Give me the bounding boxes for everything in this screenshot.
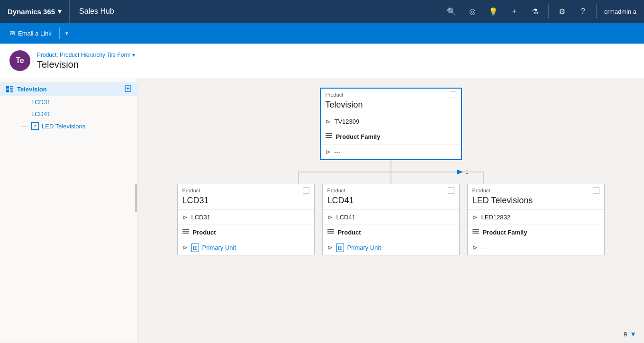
svg-rect-19 bbox=[182, 233, 189, 234]
svg-rect-1 bbox=[10, 86, 13, 87]
nav-icons: 🔍 ◎ 💡 + ⚗ ⚙ ? crmadmin a bbox=[442, 2, 644, 21]
lcd41-row-0-value: LCD41 bbox=[336, 214, 355, 221]
lcd41-checkbox[interactable] bbox=[448, 187, 454, 194]
svg-rect-2 bbox=[10, 88, 13, 89]
lcd41-type: Product bbox=[327, 188, 345, 193]
hierarchy-wrapper: Product Television ⊳ TV12309 bbox=[147, 88, 635, 255]
brand-chevron[interactable]: ▾ bbox=[58, 7, 62, 16]
svg-rect-3 bbox=[6, 90, 9, 92]
lcd31-row-2: ⊳ ⊞ Primary Unit bbox=[178, 240, 314, 255]
lcd31-row-1-icon bbox=[182, 228, 189, 236]
lcd31-checkbox[interactable] bbox=[303, 187, 309, 194]
root-row-0-icon: ⊳ bbox=[326, 118, 331, 125]
lcd41-row-1-icon bbox=[327, 228, 334, 236]
svg-rect-18 bbox=[182, 231, 189, 232]
brand-area[interactable]: Dynamics 365 ▾ bbox=[0, 0, 70, 23]
root-row-1-icon bbox=[326, 133, 332, 141]
led-row-2-value: --- bbox=[481, 244, 488, 251]
lcd41-row-1: Product bbox=[323, 225, 459, 240]
lcd31-header: Product bbox=[178, 184, 314, 195]
root-row-2: ⊳ --- bbox=[321, 144, 461, 159]
sidebar-item-lcd41[interactable]: LCD41 bbox=[0, 108, 137, 120]
lcd31-row-0-value: LCD31 bbox=[191, 214, 210, 221]
main-content: Television LCD31 LCD41 bbox=[0, 78, 644, 343]
svg-rect-8 bbox=[326, 135, 332, 136]
child-card-led-televisions: Product LED Televisions ⊳ LED12832 bbox=[467, 184, 605, 255]
root-card-header: Product bbox=[321, 89, 461, 99]
settings-icon[interactable]: ⚙ bbox=[553, 2, 571, 21]
lcd31-row-2-value[interactable]: ⊞ Primary Unit bbox=[191, 244, 236, 252]
root-card-type: Product bbox=[326, 92, 344, 98]
sidebar-lcd31-label: LCD31 bbox=[31, 99, 50, 106]
root-card-title: Television bbox=[321, 99, 461, 114]
led-row-1: Product Family bbox=[468, 225, 604, 240]
led-title: LED Televisions bbox=[468, 195, 604, 209]
lcd31-type: Product bbox=[182, 188, 200, 193]
lcd31-row-0-icon: ⊳ bbox=[182, 214, 188, 221]
led-type: Product bbox=[472, 188, 490, 193]
form-selector[interactable]: Product: Product Hierarchy Tile Form ▾ bbox=[37, 52, 135, 58]
sidebar-item-television[interactable]: Television bbox=[0, 82, 137, 96]
lcd31-row-0: ⊳ LCD31 bbox=[178, 209, 314, 225]
filter-icon[interactable]: ⚗ bbox=[526, 2, 544, 21]
svg-rect-22 bbox=[327, 233, 334, 234]
root-row-0: ⊳ TV12309 bbox=[321, 114, 461, 129]
lcd41-header: Product bbox=[323, 184, 459, 195]
sidebar-led-label: LED Televisions bbox=[42, 123, 85, 130]
email-link-label: Email a Link bbox=[18, 30, 52, 37]
target-icon[interactable]: ◎ bbox=[463, 2, 482, 21]
lightbulb-icon[interactable]: 💡 bbox=[484, 2, 503, 21]
svg-rect-4 bbox=[10, 90, 13, 90]
pagination-count: 9 bbox=[624, 331, 627, 338]
svg-rect-20 bbox=[327, 229, 334, 230]
svg-rect-25 bbox=[472, 233, 479, 234]
led-row-0-value: LED12832 bbox=[481, 214, 510, 221]
svg-marker-12 bbox=[457, 170, 463, 174]
email-link-button[interactable]: ✉ Email a Link bbox=[6, 27, 55, 39]
led-row-1-value: Product Family bbox=[483, 229, 527, 236]
svg-rect-7 bbox=[326, 133, 332, 134]
sidebar-list-icon bbox=[6, 85, 14, 93]
top-nav: Dynamics 365 ▾ Sales Hub 🔍 ◎ 💡 + ⚗ ⚙ ? c… bbox=[0, 0, 644, 23]
root-row-0-value: TV12309 bbox=[335, 118, 360, 125]
toolbar-divider bbox=[59, 27, 60, 39]
canvas-area[interactable]: Product Television ⊳ TV12309 bbox=[137, 78, 644, 343]
svg-rect-0 bbox=[6, 86, 9, 89]
led-row-0-icon: ⊳ bbox=[472, 214, 478, 221]
toolbar-dropdown-icon[interactable]: ▾ bbox=[63, 28, 70, 38]
brand-label: Dynamics 365 bbox=[8, 8, 55, 16]
pagination-down-arrow[interactable]: ▼ bbox=[630, 330, 636, 338]
form-label: Product: Product Hierarchy Tile Form bbox=[37, 52, 130, 58]
add-icon[interactable]: + bbox=[505, 2, 524, 21]
root-row-2-value: --- bbox=[335, 148, 341, 155]
sidebar-item-lcd31[interactable]: LCD31 bbox=[0, 96, 137, 108]
avatar: Te bbox=[9, 50, 30, 71]
led-checkbox[interactable] bbox=[593, 187, 599, 194]
root-card-checkbox[interactable] bbox=[450, 91, 456, 98]
sidebar-item-led-televisions[interactable]: + LED Televisions bbox=[0, 120, 137, 132]
lcd31-row-1: Product bbox=[178, 225, 314, 240]
search-icon[interactable]: 🔍 bbox=[442, 2, 461, 21]
bottom-bar: 9 ▼ bbox=[137, 325, 644, 343]
led-row-1-icon bbox=[472, 228, 479, 236]
svg-rect-24 bbox=[472, 231, 479, 232]
svg-rect-21 bbox=[327, 231, 334, 232]
lcd41-row-2: ⊳ ⊞ Primary Unit bbox=[323, 240, 459, 255]
led-row-2-icon: ⊳ bbox=[472, 244, 478, 251]
sidebar-expand-icon[interactable] bbox=[125, 85, 131, 93]
root-card-container: Product Television ⊳ TV12309 bbox=[320, 88, 462, 160]
svg-rect-23 bbox=[472, 229, 479, 230]
led-expand-plus-icon[interactable]: + bbox=[31, 122, 39, 130]
lcd41-row-0-icon: ⊳ bbox=[327, 214, 333, 221]
page-header-info: Product: Product Hierarchy Tile Form ▾ T… bbox=[37, 52, 135, 70]
svg-rect-9 bbox=[326, 137, 332, 138]
lcd31-row-2-icon: ⊳ bbox=[182, 244, 188, 251]
help-icon[interactable]: ? bbox=[573, 2, 592, 21]
root-row-1: Product Family bbox=[321, 129, 461, 144]
lcd41-row-2-value[interactable]: ⊞ Primary Unit bbox=[336, 244, 381, 252]
root-row-1-value: Product Family bbox=[336, 133, 381, 140]
connector-svg: 1 bbox=[225, 160, 557, 184]
child-card-lcd41: Product LCD41 ⊳ LCD41 bbox=[322, 184, 460, 255]
svg-rect-5 bbox=[10, 91, 13, 92]
sidebar-scrollbar[interactable] bbox=[135, 184, 137, 212]
